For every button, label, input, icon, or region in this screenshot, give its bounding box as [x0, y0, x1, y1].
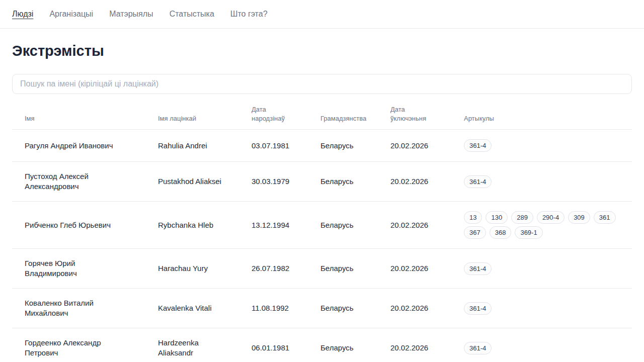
article-badges: 361-4 [464, 262, 624, 275]
cell-name: Рагуля Андрей Иванович [12, 130, 158, 162]
article-badge: 361-4 [464, 139, 492, 152]
cell-articles: 361-4 [464, 162, 632, 202]
cell-name: Горячев Юрий Владимирович [12, 249, 158, 289]
article-badge: 361-4 [464, 302, 492, 315]
cell-articles: 361-4 [464, 328, 632, 362]
cell-citizenship: Беларусь [320, 202, 390, 249]
cell-inclusion-date: 20.02.2026 [390, 249, 464, 289]
table-row[interactable]: Рагуля Андрей Иванович Rahulia Andrei 03… [12, 130, 632, 162]
table-row[interactable]: Горячев Юрий Владимирович Harachau Yury … [12, 249, 632, 289]
article-badge: 13 [464, 211, 482, 224]
cell-birth-date: 11.08.1992 [252, 289, 320, 328]
column-header: Імя [12, 94, 158, 130]
nav-item-1[interactable]: Арганізацыі [49, 10, 93, 19]
cell-latin-name: Kavalenka Vitali [158, 289, 252, 328]
cell-name: Коваленко Виталий Михайлович [12, 289, 158, 328]
table-row[interactable]: Гордеенко Александр Петрович Hardzeenka … [12, 328, 632, 362]
extremists-table: ІмяІмя лацінкайДата народзінаўГрамадзянс… [12, 94, 632, 362]
cell-birth-date: 13.12.1994 [252, 202, 320, 249]
cell-name: Пустоход Алексей Александрович [12, 162, 158, 202]
article-badge: 289 [511, 211, 533, 224]
article-badge: 361 [594, 211, 616, 224]
cell-latin-name: Rybchanka Hleb [158, 202, 252, 249]
column-header: Дата народзінаў [252, 94, 320, 130]
nav-item-4[interactable]: Што гэта? [230, 10, 268, 19]
article-badge: 368 [490, 226, 512, 239]
column-header: Артыкулы [464, 94, 632, 130]
nav-item-2[interactable]: Матэрыялы [109, 10, 153, 19]
cell-latin-name: Harachau Yury [158, 249, 252, 289]
cell-birth-date: 30.03.1979 [252, 162, 320, 202]
cell-birth-date: 03.07.1981 [252, 130, 320, 162]
cell-articles: 361-4 [464, 130, 632, 162]
cell-latin-name: Rahulia Andrei [158, 130, 252, 162]
cell-citizenship: Беларусь [320, 130, 390, 162]
article-badge: 361-4 [464, 175, 492, 188]
cell-name: Рибченко Глеб Юрьевич [12, 202, 158, 249]
cell-inclusion-date: 20.02.2026 [390, 162, 464, 202]
cell-citizenship: Беларусь [320, 162, 390, 202]
table-body: Рагуля Андрей Иванович Rahulia Andrei 03… [12, 130, 632, 362]
search-input[interactable] [12, 74, 632, 94]
cell-citizenship: Беларусь [320, 289, 390, 328]
article-badges: 361-4 [464, 302, 624, 315]
cell-birth-date: 06.01.1981 [252, 328, 320, 362]
cell-inclusion-date: 20.02.2026 [390, 130, 464, 162]
nav-item-3[interactable]: Статыстыка [170, 10, 214, 19]
table-row[interactable]: Пустоход Алексей Александрович Pustakhod… [12, 162, 632, 202]
cell-birth-date: 26.07.1982 [252, 249, 320, 289]
article-badge: 361-4 [464, 342, 492, 354]
search-wrap [12, 74, 632, 94]
top-nav-items: ЛюдзіАрганізацыіМатэрыялыСтатыстыкаШто г… [0, 0, 644, 28]
cell-latin-name: Hardzeenka Aliaksandr [158, 328, 252, 362]
cell-citizenship: Беларусь [320, 249, 390, 289]
table-row[interactable]: Рибченко Глеб Юрьевич Rybchanka Hleb 13.… [12, 202, 632, 249]
article-badge: 361-4 [464, 262, 492, 275]
column-header: Дата ўключэньня [390, 94, 464, 130]
cell-name: Гордеенко Александр Петрович [12, 328, 158, 362]
article-badges: 13130289290-4309361367368369-1 [464, 211, 624, 239]
table-row[interactable]: Коваленко Виталий Михайлович Kavalenka V… [12, 289, 632, 328]
article-badge: 367 [464, 226, 486, 239]
page-title: Экстрэмісты [12, 42, 632, 59]
article-badge: 290-4 [537, 211, 565, 224]
nav-item-0[interactable]: Людзі [12, 10, 33, 19]
article-badge: 369-1 [515, 226, 542, 239]
article-badges: 361-4 [464, 342, 624, 354]
column-header: Імя лацінкай [158, 94, 252, 130]
cell-inclusion-date: 20.02.2026 [390, 202, 464, 249]
top-nav: ЛюдзіАрганізацыіМатэрыялыСтатыстыкаШто г… [0, 0, 644, 29]
cell-articles: 361-4 [464, 249, 632, 289]
article-badge: 309 [568, 211, 590, 224]
extremists-table-wrap: ІмяІмя лацінкайДата народзінаўГрамадзянс… [12, 94, 632, 362]
cell-latin-name: Pustakhod Aliaksei [158, 162, 252, 202]
column-header: Грамадзянства [320, 94, 390, 130]
cell-articles: 361-4 [464, 289, 632, 328]
cell-citizenship: Беларусь [320, 328, 390, 362]
cell-articles: 13130289290-4309361367368369-1 [464, 202, 632, 249]
cell-inclusion-date: 20.02.2026 [390, 328, 464, 362]
table-header-row: ІмяІмя лацінкайДата народзінаўГрамадзянс… [12, 94, 632, 130]
cell-inclusion-date: 20.02.2026 [390, 289, 464, 328]
article-badge: 130 [486, 211, 508, 224]
page: ЛюдзіАрганізацыіМатэрыялыСтатыстыкаШто г… [0, 0, 644, 362]
article-badges: 361-4 [464, 139, 624, 152]
article-badges: 361-4 [464, 175, 624, 188]
